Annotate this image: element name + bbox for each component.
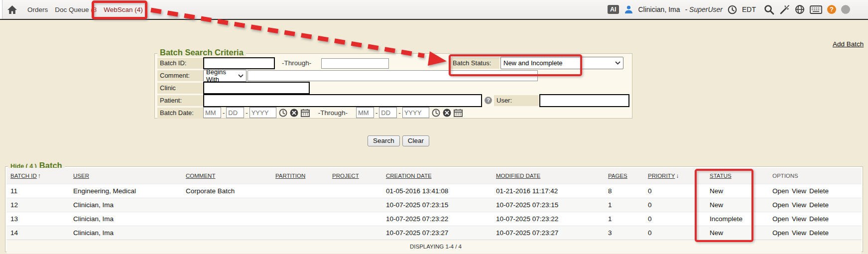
batch-status-label: Batch Status: — [450, 58, 499, 69]
column-header-comment[interactable]: COMMENT — [186, 173, 215, 179]
batch-date-from-day-input[interactable] — [226, 107, 244, 118]
column-header-batch-id[interactable]: BATCH ID — [10, 173, 37, 179]
nav-item-webscan[interactable]: WebScan (4) — [104, 6, 143, 13]
nav-item-doc-queue[interactable]: Doc Queue (3 — [55, 6, 97, 13]
chevron-down-icon — [615, 61, 620, 65]
column-header-modified-date[interactable]: MODIFIED DATE — [496, 173, 540, 179]
batch-date-through-label: -Through- — [318, 109, 348, 117]
search-icon[interactable] — [764, 4, 774, 15]
comment-operator-value: Begins With — [206, 68, 238, 83]
calendar-icon[interactable] — [301, 109, 310, 117]
clear-date-icon[interactable] — [290, 109, 298, 117]
clear-date-icon[interactable] — [443, 109, 451, 117]
user-label: User: — [494, 95, 539, 106]
cell-status: Incomplete — [706, 212, 768, 226]
keyboard-icon[interactable] — [810, 5, 822, 14]
cell-comment — [182, 226, 271, 240]
column-header-priority[interactable]: PRIORITY — [648, 173, 675, 179]
search-actions: Search Clear — [368, 135, 429, 146]
add-batch-link[interactable]: Add Batch — [833, 40, 864, 48]
topbar-right-cluster: AI Clinician, Ima - SuperUser EDT ? — [608, 4, 850, 15]
date-dash: - — [398, 109, 400, 117]
open-link[interactable]: Open — [772, 201, 789, 209]
clear-button[interactable]: Clear — [402, 135, 429, 146]
cell-options: OpenViewDelete — [768, 184, 862, 198]
cell-options: OpenViewDelete — [768, 212, 862, 226]
batch-date-from-year-input[interactable] — [249, 107, 276, 118]
chevron-down-icon — [238, 74, 244, 78]
time-icon[interactable] — [279, 109, 287, 117]
criteria-legend: Batch Search Criteria — [157, 48, 246, 57]
top-navigation-bar: Orders Doc Queue (3 WebScan (4) AI Clini… — [0, 0, 868, 20]
clinic-location-input[interactable] — [203, 82, 310, 94]
table-row: 12 Clinician, Ima 10-07-2025 07:23:15 10… — [6, 198, 862, 212]
batch-date-to-day-input[interactable] — [379, 107, 397, 118]
user-icon[interactable] — [624, 5, 633, 14]
cell-user: Clinician, Ima — [69, 198, 182, 212]
nav-item-orders[interactable]: Orders — [27, 6, 48, 13]
table-header-row: BATCH ID↑ USER COMMENT PARTITION PROJECT… — [6, 168, 862, 184]
user-input[interactable] — [539, 94, 629, 107]
cell-creation-date: 01-05-2016 13:41:08 — [382, 184, 492, 198]
cell-modified-date: 01-21-2016 11:17:42 — [492, 184, 604, 198]
view-link[interactable]: View — [792, 201, 806, 209]
batch-status-select[interactable]: New and Incomplete — [500, 57, 623, 69]
batch-date-to-year-input[interactable] — [402, 107, 429, 118]
cell-partition — [271, 226, 328, 240]
nav-item-webscan-label: WebScan (4) — [104, 6, 143, 13]
column-header-partition[interactable]: PARTITION — [275, 173, 305, 179]
cell-project — [328, 198, 382, 212]
column-header-project[interactable]: PROJECT — [332, 173, 359, 179]
view-link[interactable]: View — [792, 187, 806, 195]
batch-date-from-month-input[interactable] — [203, 107, 221, 118]
patient-help-icon[interactable]: ? — [485, 97, 492, 104]
home-button[interactable] — [7, 5, 17, 14]
ai-badge[interactable]: AI — [608, 5, 619, 14]
cell-pages: 8 — [604, 184, 644, 198]
delete-link[interactable]: Delete — [809, 215, 829, 223]
delete-link[interactable]: Delete — [809, 229, 829, 237]
cell-batch-id: 13 — [6, 212, 69, 226]
date-dash: - — [375, 109, 377, 117]
sort-descending-icon: ↓ — [676, 172, 679, 179]
comment-input[interactable] — [248, 70, 538, 81]
column-header-user[interactable]: USER — [73, 173, 89, 179]
cell-priority: 0 — [644, 198, 706, 212]
help-icon[interactable]: ? — [827, 5, 836, 14]
batch-id-from-input[interactable] — [203, 57, 275, 69]
column-header-pages[interactable]: PAGES — [608, 173, 627, 179]
view-link[interactable]: View — [792, 215, 806, 223]
delete-link[interactable]: Delete — [809, 187, 829, 195]
column-header-status[interactable]: STATUS — [710, 173, 732, 179]
globe-icon[interactable] — [795, 4, 805, 14]
wand-icon[interactable] — [779, 4, 790, 15]
cell-project — [328, 212, 382, 226]
clock-icon — [728, 5, 737, 14]
delete-link[interactable]: Delete — [809, 201, 829, 209]
comment-operator-select[interactable]: Begins With — [203, 70, 247, 82]
cell-modified-date: 10-07-2025 07:23:27 — [492, 226, 604, 240]
view-link[interactable]: View — [792, 229, 806, 237]
batch-date-row: - - -Through- - - — [203, 107, 463, 119]
batch-date-to-month-input[interactable] — [356, 107, 374, 118]
open-link[interactable]: Open — [772, 229, 789, 237]
cell-modified-date: 10-07-2025 07:23:22 — [492, 212, 604, 226]
search-button[interactable]: Search — [368, 135, 400, 146]
cell-partition — [271, 198, 328, 212]
time-icon[interactable] — [432, 109, 440, 117]
cell-modified-date: 10-07-2025 07:23:15 — [492, 198, 604, 212]
timezone-label: EDT — [742, 5, 756, 13]
topbar-left-edge — [0, 0, 2, 19]
open-link[interactable]: Open — [772, 215, 789, 223]
webscan-page: Orders Doc Queue (3 WebScan (4) AI Clini… — [0, 0, 868, 254]
batch-date-label: Batch Date: — [157, 108, 203, 119]
status-dot-icon — [841, 5, 850, 14]
patient-input[interactable] — [203, 94, 482, 107]
open-link[interactable]: Open — [772, 187, 789, 195]
batch-id-to-input[interactable] — [321, 58, 389, 69]
cell-priority: 0 — [644, 184, 706, 198]
column-header-creation-date[interactable]: CREATION DATE — [386, 173, 432, 179]
cell-partition — [271, 212, 328, 226]
calendar-icon[interactable] — [454, 109, 463, 117]
cell-creation-date: 10-07-2025 07:23:15 — [382, 198, 492, 212]
